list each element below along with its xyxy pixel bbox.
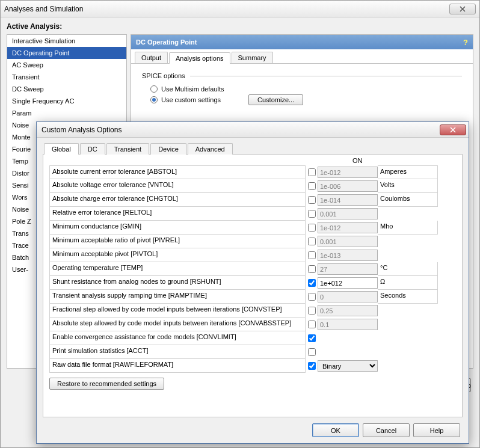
option-unit: °C xyxy=(378,262,438,276)
option-row: Minimum acceptable pivot [PIVTOL] xyxy=(49,248,456,262)
dc-tab[interactable]: Output xyxy=(135,52,168,63)
option-checkbox-cell xyxy=(306,168,318,176)
dialog-tab[interactable]: Transient xyxy=(106,143,149,155)
analysis-list-item[interactable]: Interactive Simulation xyxy=(7,35,126,47)
option-row: Operating temperature [TEMP]°C xyxy=(49,262,456,276)
radio-defaults[interactable]: Use Multisim defaults xyxy=(150,85,462,93)
option-input[interactable] xyxy=(318,180,378,192)
option-label: Absolute step allowed by code model inpu… xyxy=(49,318,306,331)
option-checkbox[interactable] xyxy=(308,293,316,301)
option-unit: Seconds xyxy=(378,290,438,304)
option-value-cell xyxy=(318,236,378,247)
dc-panel-header: DC Operating Point ? xyxy=(131,35,473,49)
option-checkbox[interactable] xyxy=(308,334,316,342)
dc-tab-content: SPICE options Use Multisim defaults Use … xyxy=(131,64,473,115)
option-label: Shunt resistance from analog nodes to gr… xyxy=(49,276,306,290)
close-icon xyxy=(450,127,456,133)
analysis-list-item[interactable]: DC Operating Point xyxy=(7,47,126,59)
dc-tab-strip: OutputAnalysis optionsSummary xyxy=(131,49,473,64)
option-label: Minimum conductance [GMIN] xyxy=(49,221,306,235)
option-row: Absolute step allowed by code model inpu… xyxy=(49,318,456,331)
option-input[interactable] xyxy=(318,236,378,247)
option-checkbox[interactable] xyxy=(308,279,316,287)
option-checkbox[interactable] xyxy=(308,321,316,328)
option-label: Operating temperature [TEMP] xyxy=(49,262,306,276)
option-value-cell xyxy=(318,208,378,219)
options-panel: ON Absolute current error tolerance [ABS… xyxy=(43,155,463,417)
option-value-cell xyxy=(318,167,378,178)
dialog-tab[interactable]: Advanced xyxy=(188,143,233,155)
option-checkbox[interactable] xyxy=(308,224,316,232)
option-row: Relative error tolerance [RELTOL] xyxy=(49,207,456,221)
dialog-body: GlobalDCTransientDeviceAdvanced ON Absol… xyxy=(37,138,469,443)
option-select[interactable]: Binary xyxy=(318,360,378,372)
analysis-list-item[interactable]: DC Sweep xyxy=(7,83,126,95)
dc-tab[interactable]: Analysis options xyxy=(169,52,230,64)
option-checkbox[interactable] xyxy=(308,196,316,204)
dialog-tab[interactable]: DC xyxy=(80,143,105,155)
option-checkbox[interactable] xyxy=(308,210,316,218)
option-row: Fractional step allowed by code model in… xyxy=(49,304,456,318)
option-checkbox-cell xyxy=(306,279,318,287)
ok-button[interactable]: OK xyxy=(312,423,359,437)
dialog-close-button[interactable] xyxy=(440,124,466,135)
option-checkbox[interactable] xyxy=(308,251,316,259)
option-row: Print simulation statistics [ACCT] xyxy=(49,345,456,359)
option-checkbox[interactable] xyxy=(308,362,316,370)
option-checkbox[interactable] xyxy=(308,182,316,190)
option-checkbox-cell xyxy=(306,238,318,245)
customize-button[interactable]: Customize... xyxy=(248,94,303,105)
option-input[interactable] xyxy=(318,167,378,178)
analysis-list-item[interactable]: Transient xyxy=(7,71,126,83)
option-input[interactable] xyxy=(318,250,378,261)
restore-row: Restore to recommended settings xyxy=(49,378,456,390)
option-input[interactable] xyxy=(318,222,378,233)
cancel-button[interactable]: Cancel xyxy=(363,423,410,437)
dialog-tab[interactable]: Device xyxy=(150,143,186,155)
option-label: Absolute voltage error tolerance [VNTOL] xyxy=(49,179,306,193)
dialog-tab[interactable]: Global xyxy=(44,143,79,155)
option-checkbox-cell xyxy=(306,196,318,204)
dialog-tab-strip: GlobalDCTransientDeviceAdvanced xyxy=(43,143,463,155)
main-titlebar: Analyses and Simulation xyxy=(1,1,479,17)
analysis-list-item[interactable]: Param xyxy=(7,107,126,119)
option-checkbox[interactable] xyxy=(308,168,316,176)
dialog-titlebar: Custom Analysis Options xyxy=(37,122,469,138)
option-input[interactable] xyxy=(318,291,378,302)
option-input[interactable] xyxy=(318,208,378,219)
option-value-cell xyxy=(318,263,378,275)
close-icon xyxy=(460,6,466,12)
option-checkbox-cell xyxy=(306,362,318,370)
help-button[interactable]: Help xyxy=(413,423,460,437)
option-checkbox[interactable] xyxy=(308,238,316,245)
option-input[interactable] xyxy=(318,194,378,206)
option-checkbox-cell xyxy=(306,182,318,190)
option-row: Absolute charge error tolerance [CHGTOL]… xyxy=(49,193,456,207)
active-analysis-label: Active Analysis: xyxy=(7,22,473,31)
dialog-footer: OK Cancel Help xyxy=(43,417,463,440)
option-input[interactable] xyxy=(318,319,378,330)
analysis-list-item[interactable]: Single Frequency AC xyxy=(7,95,126,107)
analysis-list-item[interactable]: AC Sweep xyxy=(7,59,126,71)
option-checkbox-cell xyxy=(306,265,318,273)
dc-tab[interactable]: Summary xyxy=(232,52,273,63)
option-row: Minimum acceptable ratio of pivot [PIVRE… xyxy=(49,235,456,248)
radio-icon xyxy=(150,85,158,93)
restore-button[interactable]: Restore to recommended settings xyxy=(49,378,164,390)
option-checkbox[interactable] xyxy=(308,307,316,315)
radio-defaults-label: Use Multisim defaults xyxy=(161,85,224,93)
help-icon[interactable]: ? xyxy=(463,38,468,47)
option-input[interactable] xyxy=(318,305,378,316)
option-checkbox[interactable] xyxy=(308,265,316,273)
option-input[interactable] xyxy=(318,263,378,275)
option-checkbox[interactable] xyxy=(308,348,316,356)
option-unit xyxy=(378,304,438,318)
main-close-button[interactable] xyxy=(449,4,476,14)
option-input[interactable] xyxy=(318,277,378,289)
option-value-cell xyxy=(318,222,378,233)
option-label: Transient analysis supply ramping time [… xyxy=(49,290,306,304)
on-column-header: ON xyxy=(352,157,363,164)
option-unit xyxy=(378,318,438,331)
option-value-cell xyxy=(318,194,378,206)
radio-custom[interactable]: Use custom settings Customize... xyxy=(150,94,462,105)
